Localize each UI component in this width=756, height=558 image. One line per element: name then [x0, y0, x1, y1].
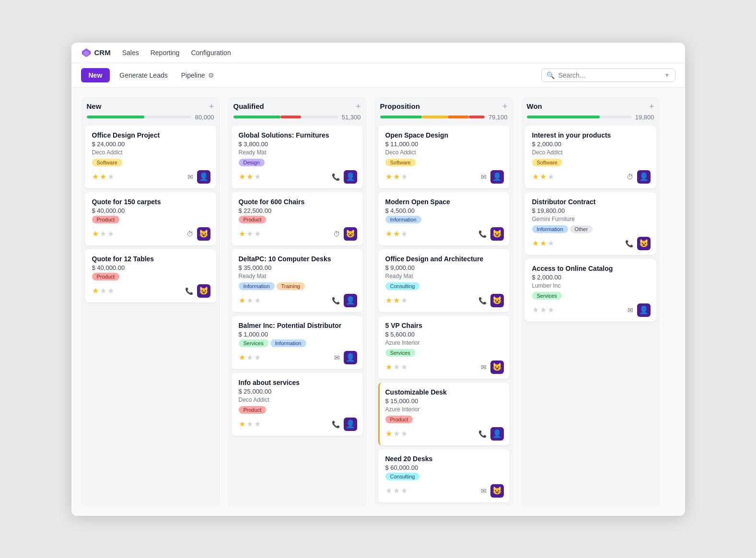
star-filled[interactable]: ★ [239, 296, 245, 305]
card-action-icon[interactable]: 📞 [332, 173, 340, 181]
card-action-icon[interactable]: ✉ [481, 363, 487, 371]
table-row[interactable]: Need 20 Desks$ 60,000.00Consulting★★★✉😺 [378, 449, 510, 502]
star-empty[interactable]: ★ [401, 362, 407, 372]
star-empty[interactable]: ★ [547, 239, 554, 248]
card-action-icon[interactable]: 📞 [332, 297, 340, 304]
table-row[interactable]: Distributor Contract$ 19,800.00Gemini Fu… [525, 192, 656, 255]
star-filled[interactable]: ★ [385, 296, 392, 305]
table-row[interactable]: Quote for 600 Chairs$ 22,500.00Product★★… [232, 192, 363, 245]
table-row[interactable]: Open Space Design$ 11,000.00Deco AddictS… [378, 126, 510, 188]
search-dropdown-icon[interactable]: ▼ [664, 72, 670, 79]
card-action-icon[interactable]: 📞 [478, 230, 487, 238]
star-filled[interactable]: ★ [393, 172, 400, 181]
star-empty[interactable]: ★ [246, 353, 253, 362]
col-add-proposition[interactable]: + [502, 102, 508, 111]
star-filled[interactable]: ★ [385, 362, 392, 372]
star-empty[interactable]: ★ [547, 305, 554, 314]
star-filled[interactable]: ★ [532, 239, 539, 248]
card-action-icon[interactable]: ✉ [481, 173, 487, 181]
table-row[interactable]: Interest in your products$ 2,000.00Deco … [525, 126, 656, 188]
card-action-icon[interactable]: ✉ [334, 354, 340, 361]
star-empty[interactable]: ★ [540, 305, 547, 314]
star-filled[interactable]: ★ [393, 229, 400, 238]
card-action-icon[interactable]: 📞 [625, 240, 633, 247]
star-filled[interactable]: ★ [239, 419, 245, 429]
star-empty[interactable]: ★ [532, 305, 539, 314]
star-empty[interactable]: ★ [254, 419, 261, 429]
pipeline-button[interactable]: Pipeline ⚙ [177, 68, 218, 82]
card-action-icon[interactable]: ⏱ [186, 230, 193, 238]
star-filled[interactable]: ★ [92, 286, 99, 295]
nav-link-configuration[interactable]: Configuration [189, 48, 233, 58]
star-empty[interactable]: ★ [393, 362, 400, 372]
star-filled[interactable]: ★ [100, 172, 106, 181]
table-row[interactable]: Quote for 12 Tables$ 40,000.00Product★★★… [85, 249, 216, 302]
card-tag: Software [92, 159, 122, 166]
star-filled[interactable]: ★ [239, 172, 245, 181]
table-row[interactable]: Global Solutions: Furnitures$ 3,800.00Re… [232, 126, 363, 188]
table-row[interactable]: DeltaPC: 10 Computer Desks$ 35,000.00Rea… [232, 249, 363, 312]
star-empty[interactable]: ★ [401, 429, 407, 438]
col-add-qualified[interactable]: + [356, 102, 361, 111]
star-filled[interactable]: ★ [393, 296, 400, 305]
star-filled[interactable]: ★ [385, 229, 392, 238]
star-empty[interactable]: ★ [254, 353, 261, 362]
star-empty[interactable]: ★ [254, 229, 261, 238]
card-action-icon[interactable]: ✉ [187, 173, 193, 181]
star-empty[interactable]: ★ [100, 229, 106, 238]
nav-link-sales[interactable]: Sales [120, 48, 141, 58]
table-row[interactable]: Customizable Desk$ 15,000.00Azure Interi… [378, 383, 510, 445]
card-action-icon[interactable]: 📞 [332, 420, 340, 428]
card-action-icon[interactable]: 📞 [478, 430, 487, 438]
star-filled[interactable]: ★ [239, 229, 245, 238]
star-empty[interactable]: ★ [107, 229, 114, 238]
avatar: 👤 [344, 351, 357, 364]
star-filled[interactable]: ★ [540, 172, 547, 181]
star-empty[interactable]: ★ [393, 429, 400, 438]
star-empty[interactable]: ★ [254, 172, 261, 181]
table-row[interactable]: Modern Open Space$ 4,500.00Information★★… [378, 192, 510, 245]
star-empty[interactable]: ★ [401, 172, 407, 181]
card-action-icon[interactable]: ✉ [628, 306, 633, 314]
table-row[interactable]: Quote for 150 carpets$ 40,000.00Product★… [85, 192, 216, 245]
star-empty[interactable]: ★ [246, 229, 253, 238]
table-row[interactable]: Info about services$ 25,000.00Deco Addic… [232, 373, 363, 436]
star-empty[interactable]: ★ [401, 486, 407, 495]
card-action-icon[interactable]: ⏱ [333, 230, 340, 238]
star-filled[interactable]: ★ [385, 172, 392, 181]
star-empty[interactable]: ★ [547, 172, 554, 181]
star-filled[interactable]: ★ [92, 172, 99, 181]
nav-link-reporting[interactable]: Reporting [149, 48, 182, 58]
star-filled[interactable]: ★ [246, 172, 253, 181]
star-filled[interactable]: ★ [540, 239, 547, 248]
star-empty[interactable]: ★ [385, 486, 392, 495]
card-action-icon[interactable]: 📞 [185, 287, 193, 295]
card-footer: ★★★✉👤 [92, 170, 210, 184]
star-empty[interactable]: ★ [107, 172, 114, 181]
card-action-icon[interactable]: ✉ [481, 487, 487, 495]
star-filled[interactable]: ★ [532, 172, 539, 181]
table-row[interactable]: Access to Online Catalog$ 2,000.00Lumber… [525, 259, 656, 322]
table-row[interactable]: Office Design Project$ 24,000.00Deco Add… [85, 126, 216, 188]
star-empty[interactable]: ★ [393, 486, 400, 495]
star-filled[interactable]: ★ [92, 229, 99, 238]
table-row[interactable]: 5 VP Chairs$ 5,600.00Azure InteriorServi… [378, 316, 510, 379]
col-add-new[interactable]: + [209, 102, 214, 111]
star-empty[interactable]: ★ [254, 296, 261, 305]
col-add-won[interactable]: + [649, 102, 654, 111]
table-row[interactable]: Office Design and Architecture$ 9,000.00… [378, 249, 510, 312]
star-empty[interactable]: ★ [107, 286, 114, 295]
star-empty[interactable]: ★ [401, 229, 407, 238]
star-filled[interactable]: ★ [239, 353, 245, 362]
star-filled[interactable]: ★ [385, 429, 392, 438]
search-input[interactable] [558, 71, 661, 79]
new-button[interactable]: New [81, 68, 110, 82]
table-row[interactable]: Balmer Inc: Potential Distributor$ 1,000… [232, 316, 363, 369]
star-empty[interactable]: ★ [246, 419, 253, 429]
card-action-icon[interactable]: 📞 [478, 297, 487, 304]
star-empty[interactable]: ★ [246, 296, 253, 305]
card-action-icon[interactable]: ⏱ [627, 173, 633, 181]
star-empty[interactable]: ★ [100, 286, 106, 295]
star-empty[interactable]: ★ [401, 296, 407, 305]
generate-leads-button[interactable]: Generate Leads [116, 68, 171, 82]
